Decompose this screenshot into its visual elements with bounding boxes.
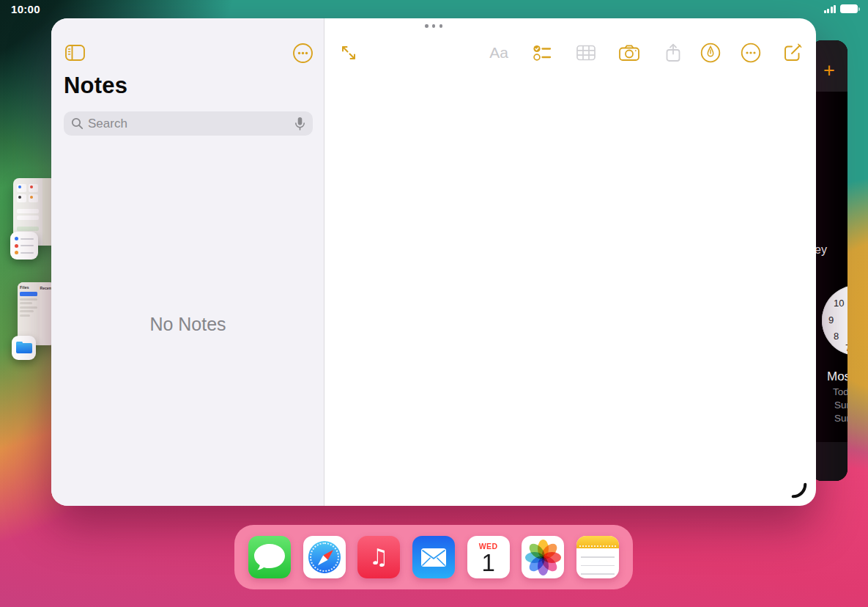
ellipsis-circle-icon [741, 43, 761, 63]
clock-detail-today: Tod [833, 386, 847, 397]
dock-app-photos[interactable] [522, 536, 564, 578]
files-app-icon[interactable] [12, 336, 36, 360]
share-button[interactable] [665, 43, 681, 63]
status-time: 10:00 [11, 3, 40, 15]
clock-detail-sunrise: Sur [834, 400, 847, 411]
messages-bubble-icon [248, 536, 291, 578]
more-options-button[interactable] [741, 43, 761, 63]
world-clock-city: Mos [827, 369, 847, 384]
dock-app-calendar[interactable]: WED 1 [467, 536, 510, 578]
clock-number: 8 [834, 331, 839, 342]
dock-app-mail[interactable] [412, 536, 455, 578]
share-icon [665, 43, 681, 63]
calendar-day: 1 [467, 551, 510, 576]
dock-app-messages[interactable] [248, 536, 291, 578]
clock-number: 9 [828, 314, 834, 325]
world-clock-city-truncated: ey [815, 243, 827, 257]
resize-arc-icon [791, 482, 807, 499]
dock: ♫ WED 1 [234, 525, 633, 589]
window-resize-handle[interactable] [791, 482, 807, 501]
clock-detail-sunset: Sur [834, 413, 847, 424]
sidebar-toggle-icon [64, 43, 86, 62]
ellipsis-circle-icon [292, 43, 314, 64]
clock-number: 7 [845, 342, 847, 353]
folder-icon [16, 343, 32, 353]
checklist-button[interactable] [533, 43, 552, 63]
dictation-mic-icon [294, 117, 305, 131]
ipad-screen: 10:00 Files [0, 0, 868, 607]
cellular-signal-icon [824, 5, 837, 13]
sidebar-toggle-button[interactable] [64, 43, 86, 65]
page-title: Notes [64, 73, 127, 99]
compose-icon [783, 43, 803, 63]
envelope-icon [420, 548, 447, 567]
analog-clock-widget: 11 10 9 8 7 [822, 285, 847, 356]
expand-window-button[interactable] [340, 44, 358, 62]
notes-window: Notes No Notes Aa [51, 18, 816, 506]
clock-number: 10 [834, 298, 844, 309]
compose-note-button[interactable] [783, 43, 803, 63]
dock-app-notes[interactable] [576, 536, 619, 578]
battery-icon [840, 4, 858, 13]
insert-table-button[interactable] [576, 44, 596, 62]
notes-icon-lines [581, 556, 615, 578]
expand-arrows-icon [340, 44, 358, 62]
files-thumb-title: Files [20, 285, 37, 290]
markup-button[interactable] [700, 43, 721, 63]
search-icon [71, 117, 84, 130]
compass-needle-icon [305, 540, 343, 578]
camera-icon [619, 44, 640, 62]
reminders-app-icon[interactable] [10, 232, 38, 260]
reminders-thumb-tiles [17, 184, 39, 202]
sidebar-more-button[interactable] [292, 43, 314, 67]
search-input[interactable] [88, 117, 290, 131]
dock-app-safari[interactable] [303, 536, 346, 578]
table-icon [576, 44, 596, 62]
markup-pen-icon [700, 43, 721, 63]
dock-app-music[interactable]: ♫ [357, 536, 400, 578]
camera-button[interactable] [619, 44, 640, 62]
add-city-button[interactable]: + [823, 61, 835, 81]
window-drag-handle[interactable] [425, 24, 442, 28]
music-note-icon: ♫ [369, 546, 389, 568]
search-field[interactable] [64, 111, 313, 136]
format-button[interactable]: Aa [489, 44, 508, 62]
notes-icon-band [576, 536, 619, 548]
status-bar: 10:00 [0, 0, 868, 18]
empty-state-label: No Notes [51, 314, 324, 335]
notes-sidebar: Notes No Notes [51, 18, 324, 506]
checklist-icon [533, 43, 552, 63]
